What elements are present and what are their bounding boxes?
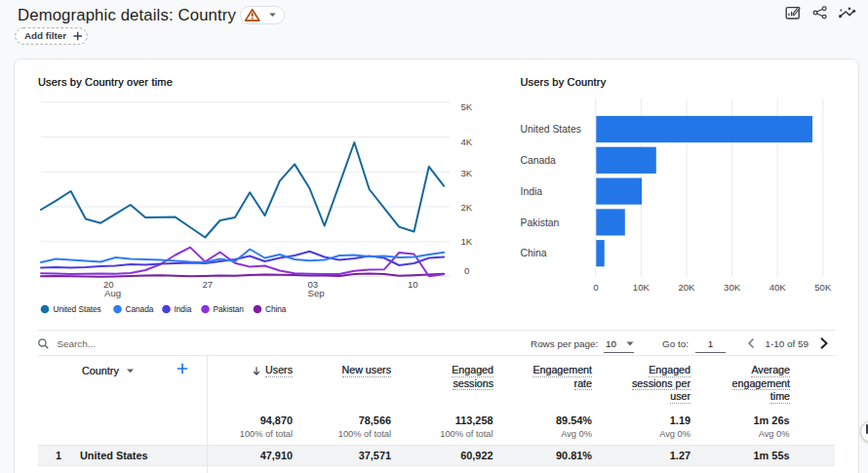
svg-text:10: 10	[408, 279, 418, 290]
svg-text:4K: 4K	[461, 137, 473, 147]
svg-text:30K: 30K	[724, 282, 741, 293]
svg-text:5K: 5K	[461, 101, 473, 112]
svg-text:3K: 3K	[461, 168, 473, 178]
svg-text:India: India	[175, 304, 192, 314]
svg-text:Canada: Canada	[521, 155, 557, 166]
svg-text:20K: 20K	[678, 282, 695, 293]
svg-text:United States: United States	[521, 124, 581, 135]
svg-text:Aug: Aug	[104, 288, 121, 298]
svg-text:2K: 2K	[461, 202, 473, 213]
svg-text:Canada: Canada	[126, 304, 154, 314]
svg-text:Sep: Sep	[308, 288, 325, 298]
svg-text:10K: 10K	[633, 282, 651, 293]
svg-text:China: China	[265, 304, 287, 314]
svg-text:27: 27	[203, 279, 214, 290]
svg-text:China: China	[521, 248, 547, 258]
svg-text:0: 0	[593, 282, 598, 293]
svg-text:Pakistan: Pakistan	[521, 217, 560, 228]
svg-text:India: India	[521, 186, 543, 197]
svg-text:40K: 40K	[769, 282, 787, 293]
svg-text:Pakistan: Pakistan	[214, 304, 245, 314]
svg-text:1K: 1K	[461, 236, 473, 247]
svg-text:United States: United States	[54, 304, 101, 314]
svg-text:0: 0	[464, 265, 469, 276]
svg-text:50K: 50K	[814, 282, 832, 293]
